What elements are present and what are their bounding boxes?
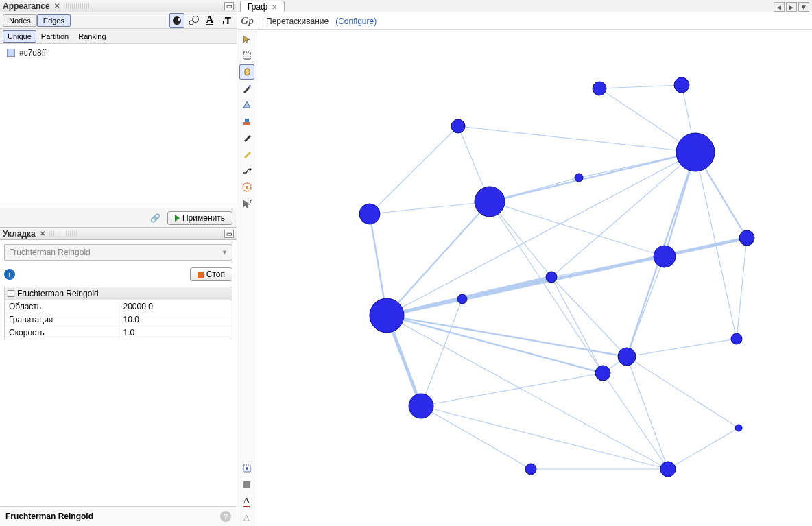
show-node-labels-icon[interactable]: A	[239, 494, 254, 508]
graph-edge[interactable]	[370, 126, 458, 214]
painter-tool-icon[interactable]	[239, 114, 254, 129]
graph-node[interactable]	[409, 394, 433, 418]
partition-subtab[interactable]: Partition	[36, 30, 73, 43]
graph-edge[interactable]	[490, 202, 665, 256]
graph-node[interactable]	[735, 425, 742, 431]
center-graph-icon[interactable]	[239, 462, 254, 475]
graph-tabbar: Граф ✕ ◄ ► ▼	[237, 0, 812, 12]
stop-button[interactable]: Стоп	[190, 267, 232, 281]
graph-edge[interactable]	[627, 256, 665, 357]
size-mode-icon[interactable]	[186, 13, 201, 28]
graph-edge[interactable]	[627, 357, 668, 469]
svg-rect-7	[243, 122, 250, 125]
drag-grip-icon[interactable]	[49, 231, 77, 237]
close-icon[interactable]: ✕	[54, 2, 60, 10]
brush-tool-icon[interactable]	[239, 81, 254, 96]
layout-panel: Укладка ✕ ▭ Fruchterman Reingold ▼ i Сто…	[0, 228, 237, 526]
graph-edge[interactable]	[668, 428, 739, 469]
chain-icon[interactable]: 🔗	[150, 213, 160, 223]
show-edge-labels-icon[interactable]: A	[239, 511, 254, 525]
help-icon[interactable]: ?	[220, 511, 231, 522]
svg-point-3	[193, 16, 199, 22]
graph-edge[interactable]	[627, 357, 739, 428]
sizer-tool-icon[interactable]	[239, 97, 254, 112]
graph-node[interactable]	[370, 298, 404, 333]
graph-tab[interactable]: Граф ✕	[240, 1, 285, 12]
svg-point-13	[246, 467, 248, 470]
graph-node[interactable]	[731, 333, 742, 344]
unique-subtab[interactable]: Unique	[3, 30, 36, 43]
label-color-mode-icon[interactable]: A	[202, 13, 217, 28]
tab-next-button[interactable]: ►	[786, 2, 797, 12]
graph-node[interactable]	[546, 272, 557, 283]
pencil-tool-icon[interactable]	[239, 130, 254, 145]
close-icon[interactable]: ✕	[40, 230, 45, 237]
color-mode-icon[interactable]	[169, 13, 184, 28]
property-row[interactable]: Гравитация10.0	[5, 313, 232, 326]
graph-node[interactable]	[451, 119, 465, 133]
collapse-icon[interactable]: −	[8, 290, 14, 297]
tab-prev-button[interactable]: ◄	[774, 2, 785, 12]
shortest-path-tool-icon[interactable]	[239, 163, 254, 178]
nodes-tab[interactable]: Nodes	[3, 14, 37, 27]
property-row[interactable]: Скорость1.0	[5, 326, 232, 339]
layout-algorithm-select[interactable]: Fruchterman Reingold ▼	[4, 244, 232, 261]
pointer-tool-icon[interactable]	[239, 32, 254, 47]
graph-node[interactable]	[618, 348, 636, 366]
apply-button[interactable]: Применить	[167, 211, 232, 225]
configure-link[interactable]: (Configure)	[335, 16, 377, 26]
color-item[interactable]: #c7d8ff	[7, 48, 230, 58]
reset-colors-icon[interactable]	[239, 478, 254, 492]
property-value[interactable]: 10.0	[119, 313, 232, 326]
drag-tool-icon[interactable]	[239, 64, 254, 80]
graph-edge[interactable]	[387, 202, 490, 315]
graph-edge[interactable]	[421, 299, 462, 406]
graph-node[interactable]	[595, 366, 610, 381]
graph-node[interactable]	[475, 187, 505, 217]
minimize-button[interactable]: ▭	[224, 230, 234, 238]
graph-canvas[interactable]	[256, 30, 812, 526]
label-size-mode-icon[interactable]: тТ	[219, 13, 234, 28]
graph-edge[interactable]	[458, 126, 695, 152]
property-value[interactable]: 20000.0	[119, 300, 232, 313]
graph-node[interactable]	[359, 204, 380, 224]
graph-edge[interactable]	[421, 373, 603, 406]
edge-pencil-tool-icon[interactable]	[239, 147, 254, 162]
ranking-subtab[interactable]: Ranking	[73, 30, 110, 43]
graph-node[interactable]	[739, 230, 754, 246]
property-row[interactable]: Область20000.0	[5, 300, 232, 313]
graph-edge[interactable]	[627, 339, 737, 357]
graph-edge[interactable]	[421, 406, 668, 469]
graph-edge[interactable]	[387, 238, 747, 315]
graph-node[interactable]	[676, 133, 715, 171]
edges-tab[interactable]: Edges	[37, 14, 71, 27]
edit-tool-icon[interactable]: ?	[239, 196, 254, 211]
graph-edge[interactable]	[737, 238, 747, 339]
heatmap-tool-icon[interactable]	[239, 180, 254, 195]
graph-edge[interactable]	[387, 315, 668, 469]
layout-title: Укладка	[3, 229, 36, 239]
graph-tool-strip: ? A A	[237, 30, 256, 526]
graph-node[interactable]	[525, 464, 536, 475]
tab-menu-button[interactable]: ▼	[798, 2, 809, 12]
property-value[interactable]: 1.0	[119, 326, 232, 339]
graph-node[interactable]	[593, 82, 606, 95]
drag-grip-icon[interactable]	[64, 3, 91, 9]
graph-node[interactable]	[575, 174, 583, 182]
graph-edge[interactable]	[370, 202, 490, 214]
graph-edge[interactable]	[551, 277, 627, 357]
graph-node[interactable]	[674, 77, 689, 93]
graph-edge[interactable]	[599, 85, 682, 88]
graph-edge[interactable]	[490, 152, 695, 202]
info-icon[interactable]: i	[4, 269, 15, 280]
minimize-button[interactable]: ▭	[224, 2, 234, 10]
rectangle-select-tool-icon[interactable]	[239, 48, 254, 63]
graph-edge[interactable]	[421, 406, 531, 469]
graph-node[interactable]	[457, 294, 467, 304]
graph-edge[interactable]	[387, 315, 627, 357]
properties-group-header[interactable]: − Fruchterman Reingold	[5, 287, 232, 300]
graph-node[interactable]	[654, 246, 676, 267]
graph-node[interactable]	[660, 462, 676, 477]
close-icon[interactable]: ✕	[272, 3, 277, 11]
graph-edge[interactable]	[551, 277, 603, 373]
